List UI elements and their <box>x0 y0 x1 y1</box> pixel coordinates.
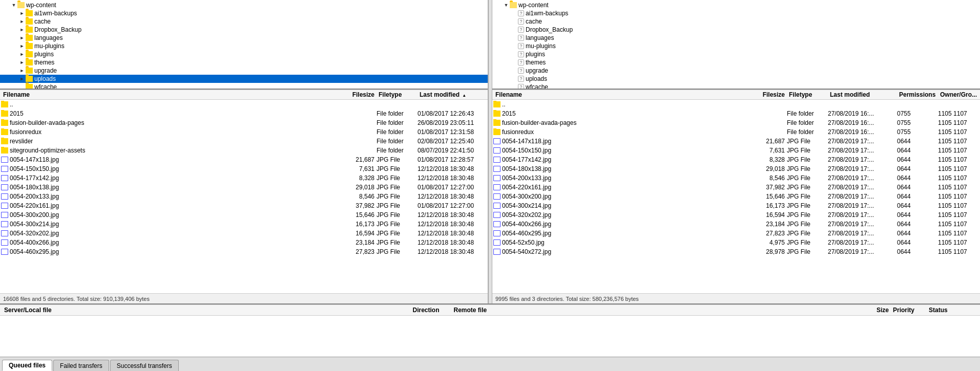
tree-item-upgrade[interactable]: ?upgrade <box>492 67 980 75</box>
table-row[interactable]: fusionreduxFile folder27/08/2019 16:...0… <box>492 127 980 137</box>
table-row[interactable]: 0054-220x161.jpg37,982JPG File01/08/2017… <box>0 201 488 210</box>
file-perm-cell: 0644 <box>897 221 938 228</box>
right-file-list[interactable]: ..2015File folder27/08/2019 16:...075511… <box>492 100 980 293</box>
file-perm-cell: 0755 <box>897 119 938 126</box>
table-row[interactable]: 0054-300x214.jpg16,173JPG File12/12/2018… <box>0 220 488 229</box>
tree-item-uploads[interactable]: ►uploads <box>0 75 488 83</box>
tree-item-themes[interactable]: ?themes <box>492 58 980 67</box>
question-mark-icon: ? <box>518 43 524 49</box>
table-row[interactable]: 0054-180x138.jpg29,018JPG File27/08/2019… <box>492 164 980 173</box>
tree-toggle-uploads[interactable]: ► <box>18 75 26 82</box>
tree-item-upgrade[interactable]: ►upgrade <box>0 67 488 75</box>
file-date-cell: 12/12/2018 18:30:48 <box>418 165 487 172</box>
table-row[interactable]: 0054-220x161.jpg37,982JPG File27/08/2019… <box>492 183 980 192</box>
transfer-list[interactable] <box>0 316 980 357</box>
tree-toggle-themes[interactable] <box>511 59 518 66</box>
tree-toggle-themes[interactable]: ► <box>18 59 26 66</box>
folder-icon <box>26 59 33 66</box>
left-file-list[interactable]: ..2015File folder01/08/2017 12:26:43fusi… <box>0 100 488 293</box>
tree-toggle-uploads[interactable] <box>511 75 518 82</box>
left-tree-area[interactable]: ▼wp-content►ai1wm-backups►cache►Dropbox_… <box>0 0 488 90</box>
table-row[interactable]: 0054-400x266.jpg23,184JPG File12/12/2018… <box>0 238 488 247</box>
folder-icon <box>1 138 8 144</box>
table-row[interactable]: fusion-builder-avada-pagesFile folder27/… <box>492 118 980 127</box>
tab-queued-files[interactable]: Queued files <box>2 360 52 371</box>
tree-toggle-languages[interactable]: ► <box>18 34 26 41</box>
tree-toggle-dropbox_backup[interactable] <box>511 26 518 33</box>
table-row[interactable]: 2015File folder27/08/2019 16:...07551105… <box>492 109 980 118</box>
tree-toggle-wfcache[interactable] <box>511 83 518 90</box>
tree-toggle-languages[interactable] <box>511 34 518 41</box>
table-row[interactable]: 2015File folder01/08/2017 12:26:43 <box>0 109 488 118</box>
table-row[interactable]: siteground-optimizer-assetsFile folder08… <box>0 146 488 155</box>
tree-item-mu-plugins[interactable]: ►mu-plugins <box>0 42 488 50</box>
tree-item-mu-plugins[interactable]: ?mu-plugins <box>492 42 980 50</box>
table-row[interactable]: 0054-52x50.jpg4,975JPG File27/08/2019 17… <box>492 238 980 247</box>
table-row[interactable]: 0054-150x150.jpg7,631JPG File27/08/2019 … <box>492 146 980 155</box>
tree-toggle-wfcache[interactable] <box>18 83 26 90</box>
tree-toggle-plugins[interactable]: ► <box>18 51 26 58</box>
file-type-cell: JPG File <box>787 174 828 182</box>
table-row[interactable]: 0054-320x202.jpg16,594JPG File27/08/2019… <box>492 210 980 220</box>
table-row[interactable]: 0054-300x214.jpg16,173JPG File27/08/2019… <box>492 201 980 210</box>
table-row[interactable]: 0054-300x200.jpg15,646JPG File27/08/2019… <box>492 192 980 201</box>
tree-item-cache[interactable]: ?cache <box>492 17 980 26</box>
tree-toggle-mu-plugins[interactable]: ► <box>18 42 26 50</box>
table-row[interactable]: fusion-builder-avada-pagesFile folder26/… <box>0 118 488 127</box>
left-col-filetype: Filetype <box>377 91 418 98</box>
tree-item-themes[interactable]: ►themes <box>0 58 488 67</box>
tree-toggle-cache[interactable] <box>511 18 518 25</box>
table-row[interactable]: 0054-180x138.jpg29,018JPG File01/08/2017… <box>0 183 488 192</box>
tree-toggle-wp-content[interactable]: ▼ <box>503 2 510 9</box>
tree-toggle-wp-content[interactable]: ▼ <box>10 2 17 9</box>
tree-item-dropbox_backup[interactable]: ?Dropbox_Backup <box>492 26 980 34</box>
tree-item-languages[interactable]: ?languages <box>492 34 980 42</box>
table-row[interactable]: 0054-300x200.jpg15,646JPG File12/12/2018… <box>0 210 488 220</box>
tree-item-plugins[interactable]: ►plugins <box>0 50 488 58</box>
table-row[interactable]: revsliderFile folder02/08/2017 12:25:40 <box>0 137 488 146</box>
table-row[interactable]: 0054-150x150.jpg7,631JPG File12/12/2018 … <box>0 164 488 173</box>
tree-toggle-mu-plugins[interactable] <box>511 42 518 50</box>
table-row[interactable]: fusionreduxFile folder01/08/2017 12:31:5… <box>0 127 488 137</box>
table-row[interactable]: 0054-540x272.jpg28,978JPG File27/08/2019… <box>492 247 980 256</box>
jpg-file-icon <box>1 203 8 209</box>
table-row[interactable]: .. <box>0 100 488 109</box>
table-row[interactable]: 0054-200x133.jpg8,546JPG File27/08/2019 … <box>492 173 980 183</box>
pane-divider[interactable] <box>488 0 492 303</box>
tree-item-plugins[interactable]: ?plugins <box>492 50 980 58</box>
table-row[interactable]: 0054-400x266.jpg23,184JPG File27/08/2019… <box>492 220 980 229</box>
table-row[interactable]: 0054-177x142.jpg8,328JPG File12/12/2018 … <box>0 173 488 183</box>
table-row[interactable]: 0054-200x133.jpg8,546JPG File12/12/2018 … <box>0 192 488 201</box>
tree-item-wp-content[interactable]: ▼wp-content <box>0 1 488 9</box>
file-size-cell: 16,594 <box>754 211 787 219</box>
table-row[interactable]: 0054-460x295.jpg27,823JPG File12/12/2018… <box>0 247 488 256</box>
tree-item-uploads[interactable]: ?uploads <box>492 75 980 83</box>
tab-failed-transfers[interactable]: Failed transfers <box>53 360 109 371</box>
tree-item-languages[interactable]: ►languages <box>0 34 488 42</box>
tree-item-dropbox_backup[interactable]: ►Dropbox_Backup <box>0 26 488 34</box>
tree-toggle-cache[interactable]: ► <box>18 18 26 25</box>
tree-toggle-ai1wm-backups[interactable]: ► <box>18 10 26 17</box>
tree-item-cache[interactable]: ►cache <box>0 17 488 26</box>
tree-item-ai1wm-backups[interactable]: ?ai1wm-backups <box>492 9 980 17</box>
tree-toggle-dropbox_backup[interactable]: ► <box>18 26 26 33</box>
table-row[interactable]: 0054-320x202.jpg16,594JPG File12/12/2018… <box>0 229 488 238</box>
tree-item-ai1wm-backups[interactable]: ►ai1wm-backups <box>0 9 488 17</box>
right-tree-area[interactable]: ▼wp-content?ai1wm-backups?cache?Dropbox_… <box>492 0 980 90</box>
file-date-cell: 27/08/2019 17:... <box>828 202 897 209</box>
table-row[interactable]: 0054-460x295.jpg27,823JPG File27/08/2019… <box>492 229 980 238</box>
tree-toggle-plugins[interactable] <box>511 51 518 58</box>
tab-successful-transfers[interactable]: Successful transfers <box>110 360 179 371</box>
tree-item-wfcache[interactable]: ?wfcache <box>492 83 980 90</box>
table-row[interactable]: .. <box>492 100 980 109</box>
file-name-cell: fusion-builder-avada-pages <box>493 119 754 126</box>
tree-toggle-upgrade[interactable] <box>511 67 518 74</box>
file-name-cell: 0054-400x266.jpg <box>493 221 754 228</box>
table-row[interactable]: 0054-147x118.jpg21,687JPG File01/08/2017… <box>0 155 488 164</box>
tree-item-wp-content[interactable]: ▼wp-content <box>492 1 980 9</box>
tree-toggle-ai1wm-backups[interactable] <box>511 10 518 17</box>
table-row[interactable]: 0054-177x142.jpg8,328JPG File27/08/2019 … <box>492 155 980 164</box>
tree-toggle-upgrade[interactable]: ► <box>18 67 26 74</box>
table-row[interactable]: 0054-147x118.jpg21,687JPG File27/08/2019… <box>492 137 980 146</box>
tree-item-wfcache[interactable]: wfcache <box>0 83 488 90</box>
